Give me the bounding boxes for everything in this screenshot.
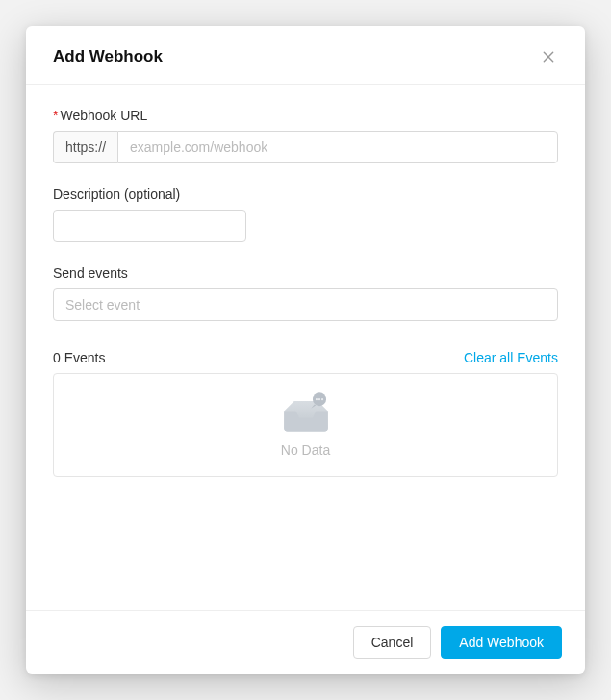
modal-footer: Cancel Add Webhook — [26, 610, 585, 674]
empty-inbox-icon — [279, 392, 333, 435]
modal-body: *Webhook URL https:// Description (optio… — [26, 85, 585, 610]
event-select[interactable]: Select event — [53, 288, 558, 321]
webhook-url-input[interactable] — [117, 131, 558, 163]
description-field: Description (optional) — [53, 187, 558, 242]
no-data-text: No Data — [281, 442, 330, 458]
events-header: 0 Events Clear all Events — [53, 350, 558, 365]
webhook-url-input-group: https:// — [53, 131, 558, 163]
webhook-url-label: *Webhook URL — [53, 108, 558, 123]
webhook-url-field: *Webhook URL https:// — [53, 108, 558, 163]
add-webhook-modal: Add Webhook *Webhook URL https:// Des — [26, 26, 585, 674]
svg-point-4 — [318, 398, 319, 400]
modal-title: Add Webhook — [53, 47, 163, 66]
close-button[interactable] — [539, 47, 558, 66]
url-prefix: https:// — [53, 131, 117, 163]
close-icon — [541, 49, 556, 64]
send-events-label: Send events — [53, 265, 558, 281]
events-count: 0 Events — [53, 350, 105, 365]
required-indicator: * — [53, 108, 58, 123]
modal-overlay: Add Webhook *Webhook URL https:// Des — [0, 0, 611, 700]
add-webhook-button[interactable]: Add Webhook — [441, 626, 562, 659]
cancel-button[interactable]: Cancel — [353, 626, 432, 659]
clear-all-events-button[interactable]: Clear all Events — [464, 350, 558, 365]
svg-point-3 — [315, 398, 317, 400]
send-events-field: Send events Select event — [53, 265, 558, 321]
events-list-empty: No Data — [53, 373, 558, 477]
description-input[interactable] — [53, 210, 246, 242]
svg-point-5 — [321, 398, 323, 400]
events-section: 0 Events Clear all Events — [53, 350, 558, 477]
description-label: Description (optional) — [53, 187, 558, 202]
modal-header: Add Webhook — [26, 26, 585, 85]
